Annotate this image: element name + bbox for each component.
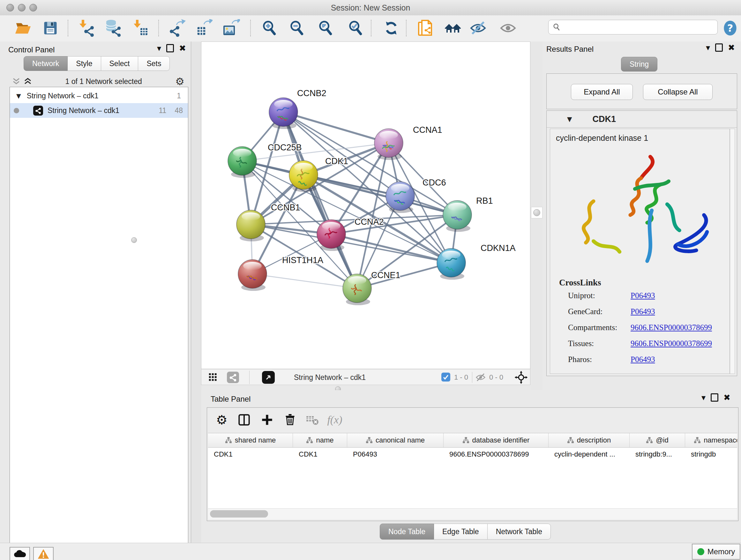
save-session-button[interactable]	[41, 18, 60, 38]
string-home-button[interactable]	[444, 18, 463, 38]
export-image-button[interactable]	[221, 18, 241, 38]
import-table-file-button[interactable]	[131, 18, 150, 38]
network-node-CCNA2[interactable]	[317, 220, 346, 251]
network-node-CCNB2[interactable]	[269, 98, 298, 129]
network-type-badge[interactable]	[227, 372, 239, 383]
help-button[interactable]: ?	[721, 18, 740, 38]
network-node-RB1[interactable]	[443, 200, 472, 232]
cloud-status-button[interactable]	[10, 547, 30, 560]
column-header-namespace[interactable]: namespace	[685, 433, 737, 447]
import-network-database-button[interactable]	[104, 18, 123, 38]
create-column-button[interactable]	[258, 411, 276, 429]
function-builder-button[interactable]: f(x)	[326, 411, 344, 429]
show-glass-button[interactable]	[498, 18, 518, 38]
crosslink-link[interactable]: 9606.ENSP00000378699	[630, 323, 712, 332]
tab-sets[interactable]: Sets	[138, 56, 170, 71]
collapse-all-button[interactable]: Collapse All	[643, 84, 713, 100]
crosslink-link[interactable]: P06493	[630, 355, 655, 364]
hide-glass-button[interactable]	[468, 18, 488, 38]
network-node-CCNE1[interactable]	[343, 274, 372, 305]
cell-database-identifier[interactable]: 9606.ENSP00000378699	[444, 448, 549, 461]
network-node-CCNB1[interactable]	[237, 210, 265, 241]
panel-menu-arrow-icon[interactable]: ▾	[701, 393, 705, 401]
tab-network-table[interactable]: Network Table	[488, 523, 551, 540]
panel-menu-arrow-icon[interactable]: ▾	[706, 44, 710, 52]
zoom-out-button[interactable]	[287, 18, 307, 38]
panel-menu-arrow-icon[interactable]: ▾	[157, 44, 161, 52]
cell-id[interactable]: stringdb:9...	[630, 448, 685, 461]
tab-edge-table[interactable]: Edge Table	[434, 523, 488, 540]
network-node-HIST1H1A[interactable]	[238, 260, 267, 291]
panel-close-button[interactable]: ✖	[724, 393, 731, 401]
panel-float-button[interactable]	[715, 44, 723, 52]
hidden-toggle[interactable]	[475, 372, 486, 384]
collapse-arrow-icon[interactable]: ▼	[567, 115, 572, 123]
network-node-CCNA1[interactable]	[374, 129, 403, 160]
left-panel-splitter[interactable]	[191, 42, 201, 543]
column-header-id[interactable]: @id	[630, 433, 685, 447]
memory-button[interactable]: Memory	[692, 544, 740, 560]
cell-description[interactable]: cyclin-dependent ...	[549, 448, 630, 461]
tree-expander-icon[interactable]: ▼	[16, 92, 21, 99]
toolbar-search[interactable]	[548, 20, 718, 35]
network-svg[interactable]: CCNB2CCNA1CDC25BCDK1CDC6RB1CCNB1CCNA2CDK…	[201, 42, 530, 369]
warning-status-button[interactable]	[33, 547, 54, 560]
cell-namespace[interactable]: stringdb	[685, 448, 737, 461]
cell-shared-name[interactable]: CDK1	[208, 448, 293, 461]
tab-network[interactable]: Network	[23, 56, 68, 71]
splitter-grip[interactable]	[533, 209, 540, 216]
cell-canonical-name[interactable]: P06493	[347, 448, 444, 461]
refresh-layout-button[interactable]	[382, 18, 401, 38]
splitter-grip[interactable]	[131, 237, 137, 243]
network-node-CDKN1A[interactable]	[437, 248, 466, 280]
tab-string[interactable]: String	[621, 57, 657, 71]
expand-all-icon[interactable]	[23, 77, 32, 85]
table-row[interactable]: CDK1 CDK1 P06493 9606.ENSP00000378699 cy…	[208, 448, 737, 461]
crosslink-link[interactable]: 9606.ENSP00000378699	[630, 339, 712, 348]
table-horizontal-scrollbar[interactable]	[208, 508, 737, 519]
panel-float-button[interactable]	[166, 44, 174, 52]
export-network-button[interactable]	[167, 18, 186, 38]
cell-name[interactable]: CDK1	[293, 448, 347, 461]
crosslink-link[interactable]: P06493	[630, 291, 655, 300]
crosslink-link[interactable]: P06493	[630, 307, 655, 316]
collapse-all-icon[interactable]	[12, 77, 20, 85]
column-header-database-identifier[interactable]: database identifier	[444, 433, 549, 447]
network-options-gear-icon[interactable]: ⚙	[175, 75, 185, 87]
zoom-in-button[interactable]	[260, 18, 279, 38]
column-header-description[interactable]: description	[549, 433, 630, 447]
panel-close-button[interactable]: ✖	[728, 44, 735, 52]
table-settings-button[interactable]: ⚙	[213, 411, 231, 429]
pan-tool-button[interactable]	[514, 370, 528, 386]
open-view-button[interactable]	[262, 371, 275, 384]
panel-close-button[interactable]: ✖	[179, 44, 186, 52]
string-import-button[interactable]	[416, 18, 435, 38]
scrollbar-thumb[interactable]	[210, 510, 268, 517]
network-node-CDK1[interactable]	[289, 161, 318, 192]
network-collection-row[interactable]: ▼ String Network – cdk1 1	[10, 88, 188, 103]
results-scrollbar[interactable]	[730, 129, 735, 374]
splitter-grip-box[interactable]	[531, 207, 542, 219]
network-row-selected[interactable]: String Network – cdk1 11 48	[10, 103, 188, 118]
birdseye-toggle-button[interactable]	[208, 372, 219, 384]
panel-float-button[interactable]	[711, 393, 718, 401]
network-canvas[interactable]: CCNB2CCNA1CDC25BCDK1CDC6RB1CCNB1CCNA2CDK…	[201, 42, 530, 369]
open-session-button[interactable]	[13, 18, 32, 38]
tab-select[interactable]: Select	[101, 56, 138, 71]
protein-header-row[interactable]: ▼ CDK1	[547, 111, 737, 128]
search-input[interactable]	[561, 23, 702, 32]
column-header-shared-name[interactable]: shared name	[208, 433, 293, 447]
delete-column-button[interactable]	[281, 411, 299, 429]
show-columns-button[interactable]	[235, 411, 253, 429]
network-node-CDC6[interactable]	[386, 182, 414, 213]
zoom-fit-button[interactable]	[316, 18, 335, 38]
expand-all-button[interactable]: Expand All	[571, 84, 633, 100]
tab-style[interactable]: Style	[68, 56, 101, 71]
right-panel-splitter[interactable]	[530, 42, 543, 390]
network-node-CDC25B[interactable]	[228, 146, 257, 178]
import-network-file-button[interactable]	[77, 18, 96, 38]
column-header-name[interactable]: name	[293, 433, 347, 447]
export-table-button[interactable]	[194, 18, 213, 38]
zoom-selected-button[interactable]	[346, 18, 365, 38]
tab-node-table[interactable]: Node Table	[380, 523, 434, 540]
